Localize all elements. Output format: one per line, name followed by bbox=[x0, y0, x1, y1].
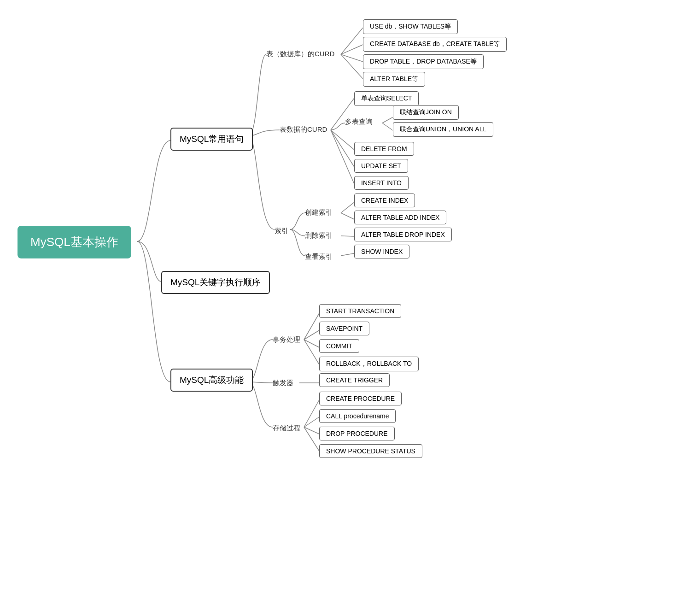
svg-line-12 bbox=[341, 236, 354, 236]
sublabel-procedure: 存储过程 bbox=[273, 424, 300, 433]
leaf-commit: COMMIT bbox=[319, 339, 359, 353]
leaf-rollback: ROLLBACK，ROLLBACK TO bbox=[319, 357, 419, 371]
svg-line-16 bbox=[304, 340, 319, 347]
leaf-create-trigger: CREATE TRIGGER bbox=[319, 373, 390, 387]
leaf-create-index: CREATE INDEX bbox=[354, 194, 415, 207]
svg-line-10 bbox=[341, 202, 354, 213]
sublabel-create-index: 创建索引 bbox=[305, 208, 333, 217]
svg-line-6 bbox=[382, 123, 393, 130]
svg-line-3 bbox=[341, 54, 363, 79]
svg-line-1 bbox=[341, 45, 363, 54]
svg-line-7 bbox=[331, 130, 354, 150]
sublabel-data-curd: 表数据的CURD bbox=[280, 125, 327, 134]
leaf-show-index: SHOW INDEX bbox=[354, 245, 409, 258]
leaf-update-set: UPDATE SET bbox=[354, 159, 408, 173]
svg-line-21 bbox=[304, 427, 319, 434]
svg-line-0 bbox=[341, 28, 363, 54]
svg-line-15 bbox=[304, 330, 319, 340]
sublabel-delete-index: 删除索引 bbox=[305, 231, 333, 240]
leaf-use-db: USE db，SHOW TABLES等 bbox=[363, 19, 458, 34]
svg-line-9 bbox=[331, 130, 354, 184]
svg-line-11 bbox=[341, 213, 354, 219]
leaf-show-procedure: SHOW PROCEDURE STATUS bbox=[319, 444, 422, 458]
leaf-create-db: CREATE DATABASE db，CREATE TABLE等 bbox=[363, 37, 507, 52]
leaf-call-procedure: CALL procedurename bbox=[319, 409, 396, 423]
leaf-alter-drop-index: ALTER TABLE DROP INDEX bbox=[354, 228, 452, 241]
leaf-single-select: 单表查询SELECT bbox=[354, 91, 419, 106]
svg-line-20 bbox=[304, 417, 319, 427]
leaf-create-procedure: CREATE PROCEDURE bbox=[319, 392, 402, 405]
sublabel-transaction: 事务处理 bbox=[273, 335, 300, 344]
leaf-drop-procedure: DROP PROCEDURE bbox=[319, 427, 395, 440]
svg-line-17 bbox=[304, 340, 319, 364]
leaf-join-on: 联结查询JOIN ON bbox=[393, 105, 459, 120]
branch-mysql-common: MySQL常用语句 bbox=[170, 128, 253, 151]
svg-line-19 bbox=[304, 400, 319, 427]
sublabel-trigger: 触发器 bbox=[273, 379, 293, 387]
svg-line-22 bbox=[304, 427, 319, 451]
sublabel-index: 索引 bbox=[275, 227, 288, 235]
mind-map: MySQL基本操作 MySQL常用语句 MySQL关键字执行顺序 MySQL高级… bbox=[0, 0, 678, 616]
branch-mysql-order: MySQL关键字执行顺序 bbox=[161, 271, 270, 294]
svg-line-2 bbox=[341, 54, 363, 62]
leaf-insert-into: INSERT INTO bbox=[354, 176, 409, 190]
leaf-union-all: 联合查询UNION，UNION ALL bbox=[393, 122, 493, 137]
branch-mysql-advanced: MySQL高级功能 bbox=[170, 369, 253, 392]
leaf-alter-table: ALTER TABLE等 bbox=[363, 72, 425, 87]
leaf-alter-add-index: ALTER TABLE ADD INDEX bbox=[354, 211, 446, 224]
sublabel-table-curd: 表（数据库）的CURD bbox=[266, 50, 334, 59]
sublabel-show-index: 查看索引 bbox=[305, 252, 333, 261]
leaf-start-transaction: START TRANSACTION bbox=[319, 304, 401, 318]
leaf-delete-from: DELETE FROM bbox=[354, 142, 414, 156]
sublabel-multi-table: 多表查询 bbox=[345, 117, 373, 126]
leaf-drop-table: DROP TABLE，DROP DATABASE等 bbox=[363, 54, 484, 69]
svg-line-8 bbox=[331, 130, 354, 167]
root-node: MySQL基本操作 bbox=[18, 226, 131, 258]
leaf-savepoint: SAVEPOINT bbox=[319, 322, 369, 335]
svg-line-13 bbox=[341, 253, 354, 256]
svg-line-14 bbox=[304, 313, 319, 340]
